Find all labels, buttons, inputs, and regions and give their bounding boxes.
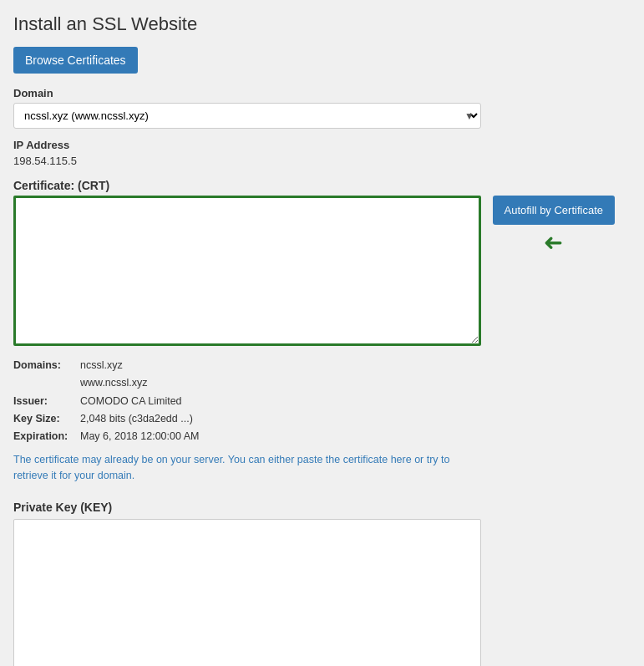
issuer-val: COMODO CA Limited <box>80 393 182 410</box>
cert-textarea[interactable] <box>13 196 481 346</box>
autofill-container: Autofill by Certificate ➜ <box>493 196 616 257</box>
cert-info: Domains: ncssl.xyz www.ncssl.xyz Issuer:… <box>13 357 631 445</box>
domains-val1: ncssl.xyz <box>80 357 123 374</box>
domains-val2: www.ncssl.xyz <box>80 374 631 392</box>
keysize-key: Key Size: <box>13 410 80 428</box>
domain-label: Domain <box>13 87 631 99</box>
private-key-section: Private Key (KEY) The private key may al… <box>13 501 481 666</box>
arrow-icon: ➜ <box>544 230 563 257</box>
domains-key: Domains: <box>13 357 80 374</box>
domains-row: Domains: ncssl.xyz <box>13 357 631 374</box>
cert-label: Certificate: (CRT) <box>13 179 481 192</box>
ip-label: IP Address <box>13 139 631 151</box>
domain-select[interactable]: ncssl.xyz (www.ncssl.xyz) <box>13 103 481 129</box>
arrow-container: ➜ <box>544 230 563 257</box>
keysize-val: 2,048 bits (c3da2edd ...) <box>80 410 193 428</box>
issuer-row: Issuer: COMODO CA Limited <box>13 393 631 410</box>
expiration-key: Expiration: <box>13 428 80 445</box>
browse-certificates-button[interactable]: Browse Certificates <box>13 47 138 74</box>
issuer-key: Issuer: <box>13 393 80 410</box>
domain-wrapper: ncssl.xyz (www.ncssl.xyz) ▼ <box>13 103 481 129</box>
expiration-row: Expiration: May 6, 2018 12:00:00 AM <box>13 428 631 445</box>
cert-note: The certificate may already be on your s… <box>13 452 481 484</box>
private-key-label: Private Key (KEY) <box>13 501 481 514</box>
expiration-val: May 6, 2018 12:00:00 AM <box>80 428 199 445</box>
ip-value: 198.54.115.5 <box>13 155 631 167</box>
keysize-row: Key Size: 2,048 bits (c3da2edd ...) <box>13 410 631 428</box>
private-key-textarea[interactable] <box>13 519 481 666</box>
autofill-by-certificate-button[interactable]: Autofill by Certificate <box>493 196 616 225</box>
page-title: Install an SSL Website <box>13 13 631 35</box>
